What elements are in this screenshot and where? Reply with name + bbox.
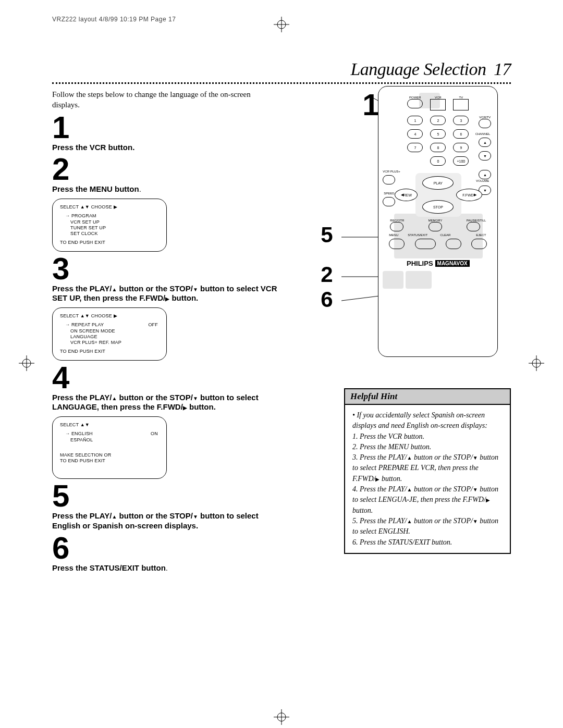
osd2-value: OFF xyxy=(148,322,158,328)
power-label: POWER xyxy=(407,96,423,99)
num-8-button[interactable]: 8 xyxy=(430,143,446,152)
crop-mark-top-icon xyxy=(274,17,289,32)
tv-button[interactable] xyxy=(453,99,469,110)
crop-mark-left-icon xyxy=(19,355,34,373)
step-4-text: Press the PLAY/ button or the STOP/ butt… xyxy=(52,393,279,413)
num-3-button[interactable]: 3 xyxy=(453,116,469,125)
page-number: 17 xyxy=(494,59,511,79)
right-triangle-icon xyxy=(183,402,187,411)
crop-mark-right-icon xyxy=(529,355,544,373)
statusexit-button[interactable] xyxy=(415,239,436,249)
osd2-item: VCR PLUS+ REF. MAP xyxy=(70,340,160,346)
rewind-button[interactable]: ◀ REW xyxy=(395,189,418,201)
helpful-hint-title: Helpful Hint xyxy=(345,389,510,405)
pointer-2: 2 xyxy=(321,262,333,287)
up-triangle-icon xyxy=(112,284,117,293)
vcrtv-label: VCR/TV xyxy=(479,116,491,119)
num-5-button[interactable]: 5 xyxy=(430,129,446,139)
num-7-button[interactable]: 7 xyxy=(407,143,423,152)
channel-up-button[interactable]: ▲ xyxy=(479,138,491,147)
num-2-button[interactable]: 2 xyxy=(430,116,446,125)
number-pad: 1 2 3 4 5 6 7 8 9 0 +100 xyxy=(386,116,490,166)
down-triangle-icon xyxy=(473,517,478,525)
hint-bullet: If you accidentally select Spanish on-sc… xyxy=(352,410,503,431)
osd3-footer-1: MAKE SELECTION OR xyxy=(60,452,160,458)
step-3-number: 3 xyxy=(52,255,279,283)
right-triangle-icon xyxy=(486,496,490,503)
crop-mark-bottom-icon xyxy=(274,709,289,725)
step-6-text: Press the STATUS/EXIT button xyxy=(52,563,166,572)
hint-step-4: 4. Press the PLAY/ button or the STOP/ b… xyxy=(352,484,503,516)
vcrtv-button[interactable] xyxy=(479,119,491,128)
menu-button[interactable] xyxy=(389,239,405,249)
up-triangle-icon xyxy=(407,485,412,493)
vcr-button[interactable] xyxy=(430,99,446,110)
intro-text: Follow the steps below to change the lan… xyxy=(52,89,279,110)
osd1-item: VCR SET UP xyxy=(70,219,160,225)
up-triangle-icon xyxy=(407,517,412,525)
step-1-text: Press the VCR button. xyxy=(52,143,134,152)
title-row: Language Selection 17 xyxy=(52,59,511,79)
play-button[interactable]: PLAY xyxy=(422,176,454,190)
osd1-item: SET CLOCK xyxy=(70,231,160,237)
osd2-item: LANGUAGE xyxy=(70,334,160,340)
up-triangle-icon xyxy=(407,453,412,461)
step-6-number: 6 xyxy=(52,534,279,562)
step-5-text: Press the PLAY/ button or the STOP/ butt… xyxy=(52,511,279,531)
brand-magnavox: MAGNAVOX xyxy=(435,260,470,267)
num-9-button[interactable]: 9 xyxy=(453,143,469,152)
hint-step-5: 5. Press the PLAY/ button or the STOP/ b… xyxy=(352,516,503,537)
dotted-separator xyxy=(52,82,511,84)
channel-label: CHANNEL xyxy=(475,132,491,135)
osd1-item: TUNER SET UP xyxy=(70,225,160,231)
osd-screen-3: SELECT ▲▼ ENGLISH ON ESPAÑOL MAKE SELECT… xyxy=(52,416,167,479)
brand-row: PHILIPS MAGNAVOX xyxy=(386,260,490,267)
transport-controls: PLAY STOP ◀ REW F.FWD ▶ xyxy=(394,176,482,214)
num-4-button[interactable]: 4 xyxy=(407,129,423,139)
steps-column: Follow the steps below to change the lan… xyxy=(52,89,279,573)
hint-step-1: 1. Press the VCR button. xyxy=(352,431,503,442)
brand-philips: PHILIPS xyxy=(407,260,433,267)
osd1-footer: TO END PUSH EXIT xyxy=(60,240,160,245)
page-title: Language Selection xyxy=(350,59,486,79)
osd1-item: PROGRAM xyxy=(65,213,160,219)
step-5-number: 5 xyxy=(52,482,279,510)
stop-button[interactable]: STOP xyxy=(422,200,454,214)
remote-control: POWER VCR TV VCR/TV xyxy=(378,86,498,357)
osd3-footer-2: TO END PUSH EXIT xyxy=(60,458,160,464)
eject-button[interactable] xyxy=(471,239,487,249)
step-1-number: 1 xyxy=(52,114,279,142)
step-3-text: Press the PLAY/ button or the STOP/ butt… xyxy=(52,284,279,304)
osd-screen-1: SELECT ▲▼ CHOOSE ▶ PROGRAM VCR SET UP TU… xyxy=(52,199,167,252)
num-0-button[interactable]: 0 xyxy=(430,156,446,166)
up-triangle-icon xyxy=(112,393,117,402)
channel-down-button[interactable]: ▼ xyxy=(479,151,491,161)
down-triangle-icon xyxy=(473,485,478,493)
pointer-5: 5 xyxy=(321,223,333,248)
power-button[interactable] xyxy=(407,99,423,108)
speed-label: SPEED xyxy=(384,192,394,195)
ffwd-button[interactable]: F.FWD ▶ xyxy=(456,189,482,201)
num-1-button[interactable]: 1 xyxy=(407,116,423,125)
down-triangle-icon xyxy=(473,453,478,461)
down-triangle-icon xyxy=(193,284,198,293)
step-2-text: Press the MENU button xyxy=(52,184,139,193)
hint-step-3: 3. Press the PLAY/ button or the STOP/ b… xyxy=(352,452,503,484)
num-100-button[interactable]: +100 xyxy=(453,156,469,166)
clear-label: CLEAR xyxy=(440,233,450,237)
osd3-item: ENGLISH xyxy=(65,431,160,437)
osd1-header: SELECT ▲▼ CHOOSE ▶ xyxy=(60,204,160,210)
eject-label: EJECT xyxy=(476,233,486,237)
step-4-number: 4 xyxy=(52,364,279,392)
step-2-number: 2 xyxy=(52,155,279,183)
num-6-button[interactable]: 6 xyxy=(453,129,469,139)
osd2-header: SELECT ▲▼ CHOOSE ▶ xyxy=(60,313,160,319)
osd3-item: ESPAÑOL xyxy=(70,437,160,443)
clear-button[interactable] xyxy=(446,239,461,249)
hint-step-6: 6. Press the STATUS/EXIT button. xyxy=(352,537,503,548)
down-triangle-icon xyxy=(193,511,198,520)
osd2-item: ON SCREEN MODE xyxy=(70,328,160,334)
menu-label: MENU xyxy=(389,233,398,237)
osd-screen-2: SELECT ▲▼ CHOOSE ▶ REPEAT PLAY OFF ON SC… xyxy=(52,307,167,361)
osd2-item: REPEAT PLAY xyxy=(65,322,160,328)
